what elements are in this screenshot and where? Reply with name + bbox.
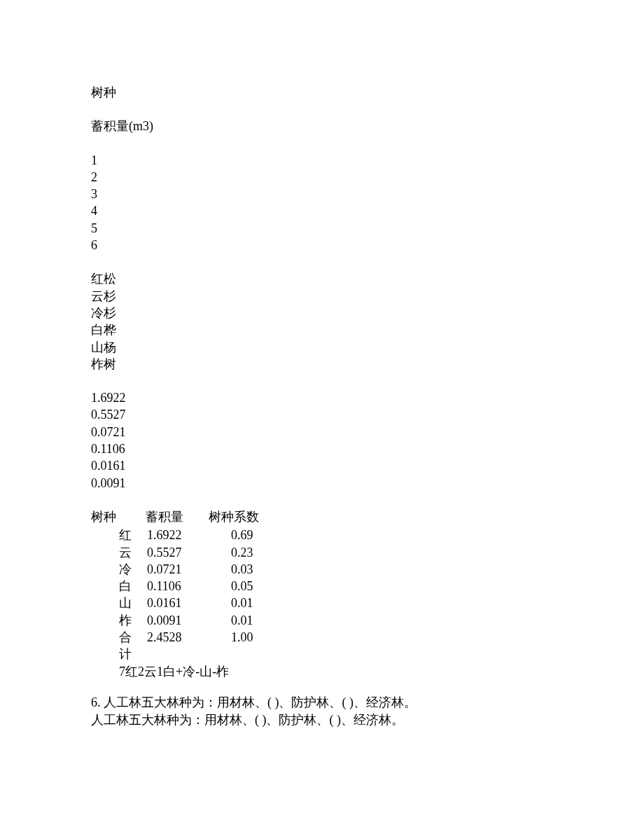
cell-coefficient: 0.03 — [210, 561, 280, 578]
coefficient-table: 树种 蓄积量 树种系数 红 1.6922 0.69 云 0.5527 0.23 … — [91, 508, 553, 680]
cell-species: 红 — [91, 527, 133, 543]
list-item: 山杨 — [91, 339, 553, 356]
list-item: 0.0091 — [91, 475, 553, 492]
species-list: 红松 云杉 冷杉 白桦 山杨 柞树 — [91, 270, 553, 373]
list-item: 6 — [91, 237, 553, 253]
th-volume: 蓄积量 — [133, 508, 196, 525]
list-item: 1.6922 — [91, 389, 553, 406]
th-species: 树种 — [91, 508, 133, 525]
list-item: 云杉 — [91, 288, 553, 305]
list-item: 0.0721 — [91, 424, 553, 440]
list-item: 2 — [91, 169, 553, 186]
cell-species: 白 — [91, 578, 133, 595]
table-row-total: 合计 2.4528 1.00 — [91, 629, 553, 663]
cell-species: 柞 — [91, 612, 133, 629]
list-item: 柞树 — [91, 356, 553, 373]
cell-coefficient: 1.00 — [210, 629, 280, 663]
cell-volume: 0.5527 — [133, 544, 210, 561]
cell-volume: 1.6922 — [133, 527, 210, 543]
table-header: 树种 蓄积量 树种系数 — [91, 508, 553, 525]
table-row: 冷 0.0721 0.03 — [91, 561, 553, 578]
table-row: 云 0.5527 0.23 — [91, 544, 553, 561]
cell-coefficient: 0.69 — [210, 527, 280, 543]
question-line: 6. 人工林五大林种为：用材林、( )、防护林、( )、经济林。 — [91, 694, 553, 711]
cell-species: 冷 — [91, 561, 133, 578]
table-row: 红 1.6922 0.69 — [91, 527, 553, 543]
list-item: 0.5527 — [91, 406, 553, 423]
volume-header: 蓄积量(m3) — [91, 118, 553, 134]
number-list: 1 2 3 4 5 6 — [91, 152, 553, 254]
cell-volume: 0.0161 — [133, 595, 210, 611]
cell-species: 合计 — [91, 629, 133, 663]
table-row: 山 0.0161 0.01 — [91, 595, 553, 611]
list-item: 0.1106 — [91, 440, 553, 457]
composition-formula: 7红2云1白+冷-山-柞 — [91, 663, 553, 680]
list-item: 冷杉 — [91, 305, 553, 321]
cell-volume: 2.4528 — [133, 629, 210, 663]
list-item: 0.0161 — [91, 457, 553, 474]
table-row: 白 0.1106 0.05 — [91, 578, 553, 595]
cell-volume: 0.1106 — [133, 578, 210, 595]
list-item: 1 — [91, 152, 553, 169]
cell-volume: 0.0721 — [133, 561, 210, 578]
question-line: 人工林五大林种为：用材林、( )、防护林、( )、经济林。 — [91, 711, 553, 729]
list-item: 3 — [91, 186, 553, 202]
cell-coefficient: 0.01 — [210, 612, 280, 629]
cell-volume: 0.0091 — [133, 612, 210, 629]
cell-coefficient: 0.01 — [210, 595, 280, 611]
list-item: 5 — [91, 220, 553, 237]
species-header: 树种 — [91, 84, 553, 101]
cell-species: 云 — [91, 544, 133, 561]
cell-coefficient: 0.23 — [210, 544, 280, 561]
list-item: 白桦 — [91, 321, 553, 338]
list-item: 4 — [91, 202, 553, 219]
question-6: 6. 人工林五大林种为：用材林、( )、防护林、( )、经济林。 人工林五大林种… — [91, 694, 553, 729]
table-row: 柞 0.0091 0.01 — [91, 612, 553, 629]
volume-list: 1.6922 0.5527 0.0721 0.1106 0.0161 0.009… — [91, 389, 553, 492]
list-item: 红松 — [91, 270, 553, 287]
cell-coefficient: 0.05 — [210, 578, 280, 595]
th-coefficient: 树种系数 — [196, 508, 266, 525]
cell-species: 山 — [91, 595, 133, 611]
